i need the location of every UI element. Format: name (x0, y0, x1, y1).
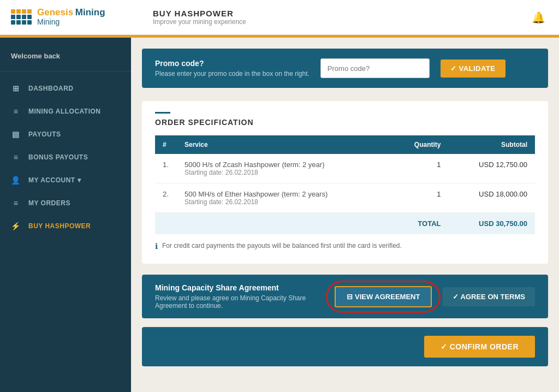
order-specification: ORDER SPECIFICATION # Service Quantity S… (142, 101, 548, 264)
row1-quantity: 1 (392, 154, 449, 183)
sidebar-item-bonus-payouts[interactable]: ≡ BONUS PAYOUTS (0, 146, 131, 169)
total-value: USD 30,750.00 (448, 213, 535, 235)
sidebar-item-label: MY ACCOUNT ▾ (28, 176, 81, 184)
confirm-order-button[interactable]: ✓ CONFIRM ORDER (424, 336, 535, 358)
agreement-title: Mining Capacity Share Agreement (155, 283, 324, 292)
promo-title: Promo code? (155, 59, 310, 68)
col-header-subtotal: Subtotal (448, 135, 535, 154)
sidebar: Welcome back ⊞ DASHBOARD ≡ MINING ALLOCA… (0, 38, 131, 392)
agreement-description: Review and please agree on Mining Capaci… (155, 294, 324, 310)
sidebar-item-label: DASHBOARD (28, 85, 74, 92)
row2-quantity: 1 (392, 183, 449, 213)
logo-tag: Mining (37, 18, 105, 26)
view-agreement-button[interactable]: ⊟ VIEW AGREEMENT (335, 286, 432, 307)
logo-area: Genesis Mining Mining (11, 8, 142, 26)
row2-subtotal: USD 18,000.00 (448, 183, 535, 213)
col-header-num: # (155, 135, 177, 154)
promo-box: Promo code? Please enter your promo code… (142, 49, 548, 88)
table-row: 1. 5000 H/s of Zcash Hashpower (term: 2 … (155, 154, 535, 183)
table-row: 2. 500 MH/s of Ether Hashpower (term: 2 … (155, 183, 535, 213)
buy-hashpower-icon: ⚡ (11, 221, 21, 231)
row2-service: 500 MH/s of Ether Hashpower (term: 2 yea… (177, 183, 392, 213)
payouts-icon: ▤ (11, 129, 21, 139)
row2-service-name: 500 MH/s of Ether Hashpower (term: 2 yea… (185, 190, 328, 198)
mining-allocation-icon: ≡ (11, 106, 21, 116)
page-subtitle: Improve your mining experience (153, 18, 528, 26)
promo-input[interactable] (320, 58, 430, 78)
sidebar-item-buy-hashpower[interactable]: ⚡ BUY HASHPOWER (0, 215, 131, 237)
promo-text: Promo code? Please enter your promo code… (155, 59, 310, 78)
confirm-bar: ✓ CONFIRM ORDER (142, 327, 548, 366)
sidebar-item-payouts[interactable]: ▤ PAYOUTS (0, 123, 131, 146)
my-account-icon: 👤 (11, 175, 21, 185)
sidebar-item-my-account[interactable]: 👤 MY ACCOUNT ▾ (0, 169, 131, 192)
main-layout: Welcome back ⊞ DASHBOARD ≡ MINING ALLOCA… (0, 38, 559, 392)
logo-icon (11, 9, 32, 25)
row1-service-date: Starting date: 26.02.2018 (185, 169, 384, 176)
info-note-text: For credit card payments the payouts wil… (162, 242, 402, 250)
page-title: BUY HASHPOWER (153, 9, 528, 18)
order-table: # Service Quantity Subtotal 1. 5000 H/s … (155, 135, 535, 234)
sidebar-item-my-orders[interactable]: ≡ MY ORDERS (0, 192, 131, 215)
sidebar-item-label: PAYOUTS (28, 130, 61, 138)
agreement-bar: Mining Capacity Share Agreement Review a… (142, 275, 548, 318)
info-note: ℹ For credit card payments the payouts w… (155, 242, 535, 251)
notification-icon[interactable]: 🔔 (528, 8, 548, 27)
row2-service-date: Starting date: 26.02.2018 (185, 198, 384, 206)
info-icon: ℹ (155, 242, 158, 251)
section-title: ORDER SPECIFICATION (155, 118, 535, 127)
sidebar-item-mining-allocation[interactable]: ≡ MINING ALLOCATION (0, 100, 131, 123)
content-area: Promo code? Please enter your promo code… (131, 38, 559, 392)
sidebar-item-dashboard[interactable]: ⊞ DASHBOARD (0, 77, 131, 100)
row1-service-name: 5000 H/s of Zcash Hashpower (term: 2 yea… (185, 161, 325, 169)
col-header-quantity: Quantity (392, 135, 449, 154)
header-title-area: BUY HASHPOWER Improve your mining experi… (142, 9, 528, 26)
logo-name1: Genesis (37, 7, 73, 17)
logo-text: Genesis Mining Mining (37, 8, 105, 26)
sidebar-item-label: MINING ALLOCATION (28, 108, 100, 115)
dashboard-icon: ⊞ (11, 84, 21, 93)
total-spacer (155, 213, 392, 235)
agree-terms-button[interactable]: ✓ AGREE ON TERMS (443, 287, 535, 306)
row2-num: 2. (155, 183, 177, 213)
sidebar-item-label: BONUS PAYOUTS (28, 153, 88, 161)
row1-subtotal: USD 12,750.00 (448, 154, 535, 183)
col-header-service: Service (177, 135, 392, 154)
row1-num: 1. (155, 154, 177, 183)
sidebar-welcome: Welcome back (0, 43, 131, 72)
my-orders-icon: ≡ (11, 198, 21, 208)
validate-button[interactable]: ✓ VALIDATE (441, 60, 506, 78)
logo-name2: Mining (75, 7, 105, 17)
row1-service: 5000 H/s of Zcash Hashpower (term: 2 yea… (177, 154, 392, 183)
total-label: TOTAL (392, 213, 449, 235)
table-total-row: TOTAL USD 30,750.00 (155, 213, 535, 235)
section-divider (155, 112, 170, 114)
promo-description: Please enter your promo code in the box … (155, 70, 310, 78)
sidebar-item-label: MY ORDERS (28, 199, 70, 207)
agreement-text: Mining Capacity Share Agreement Review a… (155, 283, 324, 310)
header: Genesis Mining Mining BUY HASHPOWER Impr… (0, 0, 559, 35)
bonus-payouts-icon: ≡ (11, 152, 21, 162)
sidebar-item-label: BUY HASHPOWER (28, 222, 91, 230)
